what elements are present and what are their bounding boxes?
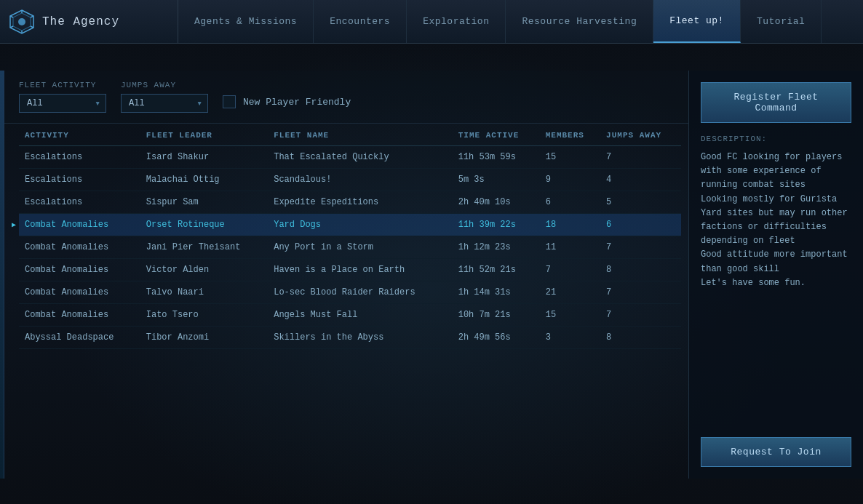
cell-fleet-name: Yard Dogs [268, 214, 453, 236]
left-panel: Fleet Activity All Escalations Combat An… [4, 71, 688, 479]
cell-fleet-name: Any Port in a Storm [268, 236, 453, 259]
cell-leader: Malachai Ottig [140, 169, 268, 191]
cell-leader: Isard Shakur [140, 146, 268, 169]
description-label: DESCRIPTION: [701, 135, 851, 143]
bottom-bar: + Add Bookmark 0/6 Open The Agency on lo… [0, 479, 863, 504]
description-text: Good FC looking for players with some ex… [701, 151, 851, 425]
page-title: FLEET UP! [68, 49, 152, 64]
cell-leader: Iato Tsero [140, 304, 268, 327]
logo-section: The Agency [0, 0, 178, 43]
cell-leader: Orset Rotineque [140, 214, 268, 236]
cell-leader: Tibor Anzomi [140, 327, 268, 349]
cell-time: 11h 39m 22s [453, 214, 540, 236]
open-agency-label: Open The Agency on login [716, 487, 842, 497]
cell-activity: Escalations [19, 146, 140, 169]
table-row[interactable]: EscalationsMalachai OttigScandalous!5m 3… [19, 169, 681, 191]
cell-members: 15 [540, 146, 600, 169]
cell-members: 9 [540, 169, 600, 191]
add-bookmark-icon[interactable]: + [10, 487, 16, 498]
cell-time: 1h 12m 23s [453, 236, 540, 259]
table-row[interactable]: Combat AnomaliesIato TseroAngels Must Fa… [19, 304, 681, 327]
col-fleet-name: FLEET NAME [268, 124, 453, 146]
nav-resource-harvesting[interactable]: Resource Harvesting [506, 0, 653, 43]
cell-time: 1h 14m 31s [453, 281, 540, 304]
bookmark-counter: 0/6 [94, 487, 110, 497]
cell-jumps: 8 [600, 259, 681, 281]
cell-jumps: 5 [600, 191, 681, 214]
bottom-right: Open The Agency on login ✓ [716, 487, 853, 497]
cell-fleet-name: That Escalated Quickly [268, 146, 453, 169]
cell-leader: Sispur Sam [140, 191, 268, 214]
cell-members: 11 [540, 236, 600, 259]
home-link[interactable]: HOME [30, 52, 49, 61]
cell-leader: Jani Pier Theisant [140, 236, 268, 259]
row-selected-indicator: ▶ [12, 220, 16, 229]
table-row[interactable]: EscalationsSispur SamExpedite Espedition… [19, 191, 681, 214]
jumps-filter-group: Jumps away All 1 2 5 10 [121, 81, 208, 113]
cell-members: 3 [540, 327, 600, 349]
col-members: MEMBERS [540, 124, 600, 146]
fleet-table-container: ACTIVITY FLEET LEADER FLEET NAME TIME AC… [4, 124, 688, 479]
register-fleet-command-button[interactable]: Register Fleet Command [701, 82, 851, 123]
cell-jumps: 6 [600, 214, 681, 236]
activity-select[interactable]: All Escalations Combat Anomalies Abyssal… [19, 94, 106, 113]
nav-exploration[interactable]: Exploration [407, 0, 506, 43]
agency-logo-icon [9, 9, 35, 35]
cell-fleet-name: Skillers in the Abyss [268, 327, 453, 349]
cell-members: 18 [540, 214, 600, 236]
cell-fleet-name: Scandalous! [268, 169, 453, 191]
nav-fleet-up[interactable]: Fleet up! [653, 0, 741, 43]
app-title: The Agency [42, 15, 119, 28]
cell-activity: Abyssal Deadspace [19, 327, 140, 349]
nav-encounters[interactable]: Encounters [314, 0, 407, 43]
cell-activity: Combat Anomalies [19, 259, 140, 281]
cell-jumps: 8 [600, 327, 681, 349]
nav-tutorial[interactable]: Tutorial [741, 0, 822, 43]
back-arrow-1[interactable]: « [15, 52, 20, 61]
bookmark-label: Add Bookmark [23, 487, 86, 497]
request-to-join-button[interactable]: Request To Join [701, 437, 851, 467]
cell-time: 10h 7m 21s [453, 304, 540, 327]
breadcrumb: « » HOME › FLEET UP! [0, 44, 863, 71]
table-row[interactable]: Abyssal DeadspaceTibor AnzomiSkillers in… [19, 327, 681, 349]
cell-time: 2h 49m 56s [453, 327, 540, 349]
cell-fleet-name: Lo-sec Blood Raider Raiders [268, 281, 453, 304]
new-player-friendly-checkbox[interactable] [223, 95, 236, 108]
cell-jumps: 7 [600, 304, 681, 327]
table-row[interactable]: Combat AnomaliesTalvo NaariLo-sec Blood … [19, 281, 681, 304]
table-row[interactable]: Combat AnomaliesJani Pier TheisantAny Po… [19, 236, 681, 259]
friendly-filter-group: New Player Friendly [223, 95, 351, 108]
friendly-label: New Player Friendly [243, 97, 351, 108]
nav-agents-missions[interactable]: Agents & Missions [178, 0, 314, 43]
top-navigation: The Agency Agents & Missions Encounters … [0, 0, 863, 44]
cell-activity: Escalations [19, 191, 140, 214]
cell-activity: Escalations [19, 169, 140, 191]
cell-fleet-name: Haven is a Place on Earth [268, 259, 453, 281]
cell-activity: Combat Anomalies [19, 304, 140, 327]
jumps-select[interactable]: All 1 2 5 10 [121, 94, 208, 113]
cell-fleet-name: Angels Must Fall [268, 304, 453, 327]
cell-leader: Talvo Naari [140, 281, 268, 304]
fleet-table-body: EscalationsIsard ShakurThat Escalated Qu… [19, 146, 681, 349]
activity-filter-label: Fleet Activity [19, 81, 106, 89]
table-row[interactable]: ▶Combat AnomaliesOrset RotinequeYard Dog… [19, 214, 681, 236]
back-arrow-2[interactable]: » [23, 52, 28, 61]
main-content: Fleet Activity All Escalations Combat An… [0, 71, 863, 479]
cell-members: 15 [540, 304, 600, 327]
table-row[interactable]: EscalationsIsard ShakurThat Escalated Qu… [19, 146, 681, 169]
col-activity: ACTIVITY [19, 124, 140, 146]
jumps-filter-label: Jumps away [121, 81, 208, 89]
cell-time: 5m 3s [453, 169, 540, 191]
cell-fleet-name: Expedite Espeditions [268, 191, 453, 214]
cell-jumps: 7 [600, 281, 681, 304]
right-panel: Register Fleet Command DESCRIPTION: Good… [688, 71, 863, 479]
open-agency-checkmark[interactable]: ✓ [848, 487, 853, 497]
table-header: ACTIVITY FLEET LEADER FLEET NAME TIME AC… [19, 124, 681, 146]
cell-leader: Victor Alden [140, 259, 268, 281]
cell-members: 7 [540, 259, 600, 281]
table-row[interactable]: Combat AnomaliesVictor AldenHaven is a P… [19, 259, 681, 281]
fleet-table: ACTIVITY FLEET LEADER FLEET NAME TIME AC… [19, 124, 681, 349]
cell-jumps: 7 [600, 236, 681, 259]
cell-activity: Combat Anomalies [19, 236, 140, 259]
filters-bar: Fleet Activity All Escalations Combat An… [4, 71, 688, 124]
